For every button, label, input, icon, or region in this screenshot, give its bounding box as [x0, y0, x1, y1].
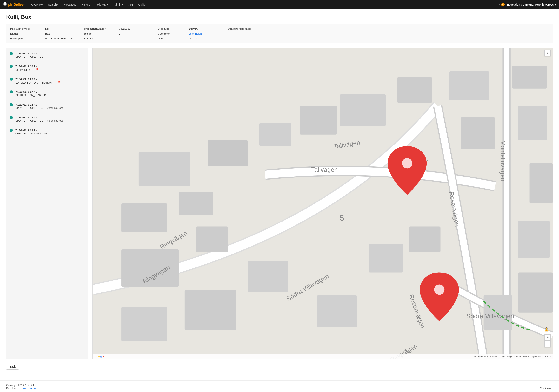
- svg-rect-9: [300, 106, 337, 135]
- street-view-icon[interactable]: 🧍: [543, 327, 550, 334]
- timeline-user: VeronicaCross: [47, 119, 64, 122]
- svg-rect-11: [397, 77, 432, 103]
- nav-search[interactable]: Search▾: [46, 0, 61, 9]
- timeline-meta: UPDATE_PROPERTIES VeronicaCross: [15, 119, 84, 122]
- mail-badge[interactable]: ✉ 0: [498, 3, 505, 6]
- customer-link[interactable]: Joan Ralph: [189, 32, 228, 35]
- svg-rect-14: [518, 106, 547, 140]
- map-terms-text: Användarvillkor: [514, 355, 529, 358]
- pin-icon: [3, 2, 7, 7]
- svg-point-1: [4, 3, 6, 5]
- version-text: Version 4.1: [540, 387, 553, 390]
- timeline-content: 7/13/2022, 9:23 AM CREATED VeronicaCross: [15, 129, 84, 135]
- shipment-number-label: Shipment number:: [84, 27, 119, 30]
- zoom-out-button[interactable]: −: [544, 341, 551, 347]
- zoom-in-button[interactable]: +: [544, 334, 551, 341]
- nav-admin[interactable]: Admin▾: [111, 0, 125, 9]
- developed-by-text: Developed by pinDeliver AB: [6, 387, 38, 390]
- timeline-item: 7/13/2022, 9:30 AM DELIVERED 📍: [9, 65, 84, 74]
- timeline-content: 7/13/2022, 9:27 AM DISTRIBUTION_STARTED: [15, 90, 84, 97]
- timeline-event: DELIVERED: [15, 69, 30, 71]
- back-button[interactable]: Back: [6, 364, 19, 369]
- location-icon[interactable]: 📍: [57, 81, 61, 85]
- timeline-connector: [11, 55, 11, 61]
- timeline-item: 7/13/2022, 9:23 AM CREATED VeronicaCross: [9, 129, 84, 135]
- timeline-meta: CREATED VeronicaCross: [15, 132, 84, 135]
- date-value: 7/7/2022: [189, 37, 228, 40]
- timeline-meta: DISTRIBUTION_STARTED: [15, 94, 84, 97]
- stop-type-value: Delivery: [189, 27, 228, 30]
- map-report-text: Rapportera ett kartfel: [531, 355, 551, 358]
- mail-count: 0: [501, 3, 505, 6]
- page-content: Kolli, Box Packaging type: Kolli Shipmen…: [0, 9, 559, 380]
- timeline-dot: [10, 116, 13, 119]
- timeline-time: 7/13/2022, 9:23 AM: [15, 129, 84, 132]
- timeline-time: 7/13/2022, 9:28 AM: [15, 78, 84, 80]
- container-package-value: [259, 27, 549, 30]
- timeline-meta: LOADED_FOR_DISTRIBUTION 📍: [15, 81, 84, 85]
- nav-guide[interactable]: Guide: [136, 0, 148, 9]
- followup-caret: ▾: [107, 4, 108, 6]
- nav-history[interactable]: History: [79, 0, 93, 9]
- timeline-dot-col: [9, 90, 13, 99]
- timeline-dot: [10, 103, 13, 106]
- svg-rect-16: [530, 163, 553, 204]
- timeline-dot-col: [9, 52, 13, 61]
- weight-label: Weight:: [84, 32, 119, 35]
- svg-rect-26: [409, 226, 441, 252]
- svg-rect-21: [121, 307, 167, 341]
- timeline-event: CREATED: [15, 132, 27, 135]
- google-logo: Google: [94, 355, 104, 358]
- page-footer: Copyright © 2022 pinDeliver Developed by…: [0, 380, 559, 392]
- map-expand-button[interactable]: ⤢: [544, 50, 551, 56]
- name-value: Box: [45, 32, 84, 35]
- copyright-text: Copyright © 2022 pinDeliver: [6, 384, 38, 387]
- developed-by-link[interactable]: pinDeliver AB: [22, 387, 37, 390]
- nav-api[interactable]: API: [126, 0, 135, 9]
- navbar: pinDeliver Overview Search▾ Messages His…: [0, 0, 559, 9]
- svg-point-41: [402, 158, 412, 168]
- timeline-item: 7/13/2022, 9:24 AM UPDATE_PROPERTIES Ver…: [9, 103, 84, 112]
- svg-rect-25: [369, 244, 403, 272]
- admin-caret: ▾: [122, 4, 123, 6]
- svg-rect-15: [461, 117, 495, 149]
- timeline-connector: [11, 94, 11, 99]
- timeline-dot: [10, 65, 13, 68]
- nav-brand[interactable]: pinDeliver: [3, 2, 25, 7]
- nav-right: ✉ 0 Education Company, VeronicaCross ▾: [498, 3, 556, 6]
- nav-company-user: Education Company, VeronicaCross ▾: [507, 3, 556, 6]
- timeline-dot: [10, 129, 13, 132]
- svg-rect-6: [139, 152, 190, 187]
- timeline-item: 7/13/2022, 9:30 AM UPDATE_PROPERTIES: [9, 52, 84, 61]
- timeline-dot-col: [9, 78, 13, 87]
- map-zoom-controls: + −: [544, 334, 551, 347]
- timeline-time: 7/13/2022, 9:23 AM: [15, 116, 84, 119]
- timeline-content: 7/13/2022, 9:30 AM DELIVERED 📍: [15, 65, 84, 72]
- container-package-label: Container package:: [228, 27, 259, 30]
- timeline-connector: [11, 68, 11, 74]
- page-title: Kolli, Box: [6, 14, 553, 20]
- date-label: Date:: [158, 37, 189, 40]
- timeline-dot: [10, 90, 13, 93]
- weight-value: 2: [119, 32, 158, 35]
- nav-followup[interactable]: Followup▾: [93, 0, 111, 9]
- timeline-dot-col: [9, 103, 13, 112]
- location-icon[interactable]: 📍: [35, 68, 39, 72]
- timeline-content: 7/13/2022, 9:23 AM UPDATE_PROPERTIES Ver…: [15, 116, 84, 122]
- timeline-time: 7/13/2022, 9:30 AM: [15, 52, 84, 55]
- svg-rect-7: [208, 140, 248, 166]
- svg-rect-4: [121, 204, 167, 232]
- nav-messages[interactable]: Messages: [62, 0, 79, 9]
- nav-overview[interactable]: Overview: [29, 0, 45, 9]
- timeline-user: VeronicaCross: [31, 132, 47, 135]
- package-id-value: 00373325383795774755: [45, 37, 84, 40]
- timeline-meta: UPDATE_PROPERTIES VeronicaCross: [15, 107, 84, 109]
- map-shortcuts-text: Kortkommandon: [473, 355, 488, 358]
- timeline-item: 7/13/2022, 9:23 AM UPDATE_PROPERTIES Ver…: [9, 116, 84, 125]
- svg-rect-18: [518, 272, 553, 312]
- company-name: Education Company: [507, 3, 533, 6]
- svg-rect-24: [196, 226, 228, 252]
- svg-rect-10: [340, 94, 386, 126]
- info-box: Packaging type: Kolli Shipment number: 7…: [6, 24, 553, 43]
- timeline-time: 7/13/2022, 9:27 AM: [15, 90, 84, 93]
